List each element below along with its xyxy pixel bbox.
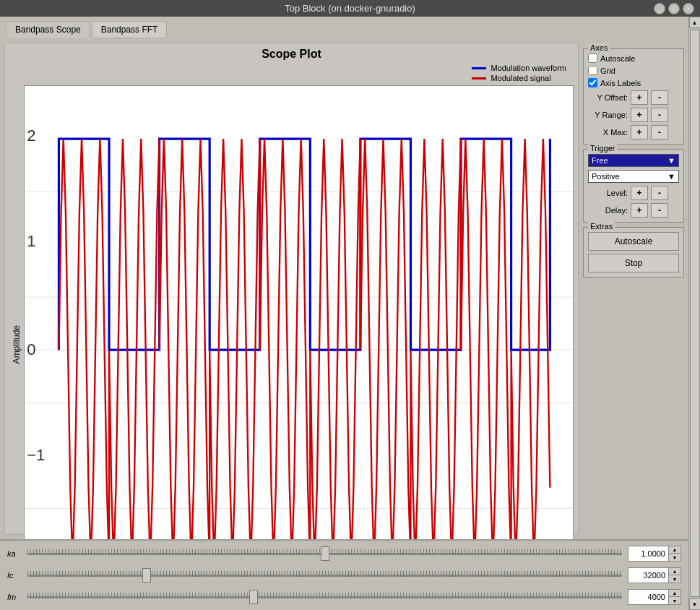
legend-item-modulated: Modulated signal [472,74,566,82]
legend-label-modulation: Modulation waveform [491,64,566,72]
legend: Modulation waveform Modulated signal [472,64,574,85]
slider-value-text-fc: 32000 [628,570,668,581]
legend-color-modulation [472,67,486,69]
slider-down-ka[interactable]: ▼ [669,554,680,561]
slider-track-ka[interactable] [27,545,622,562]
slider-name-fc: fc [7,571,22,580]
slider-down-fc[interactable]: ▼ [669,575,680,583]
x-max-label: X Max: [588,128,628,137]
tabs-bar: Bandpass Scope Bandpass FFT [0,17,688,38]
grid-checkbox[interactable] [588,66,597,75]
slider-up-fm[interactable]: ▲ [669,590,680,597]
slider-handle-ka[interactable] [321,546,329,561]
svg-text:1: 1 [27,232,35,250]
level-row: Level: + - [588,186,679,200]
autoscale-button[interactable]: Autoscale [588,232,679,251]
title-bar-buttons[interactable]: _ □ × [654,3,694,14]
slider-value-fm: 4000 ▲ ▼ [628,589,681,605]
plot-container: Scope Plot Amplitude Modulation waveform… [4,43,579,535]
extras-section: Extras Autoscale Stop [583,227,684,278]
slider-handle-fc[interactable] [142,568,151,583]
legend-label-modulated: Modulated signal [491,74,550,82]
sliders-section: ka 1.0000 ▲ ▼ fc [0,540,688,610]
close-button[interactable]: × [683,3,694,14]
axes-legend: Axes [588,43,610,52]
chart-area: 2 1 0 −1 −2 [24,85,574,539]
slider-spinners-fc[interactable]: ▲ ▼ [668,568,680,583]
delay-plus[interactable]: + [631,203,648,218]
axis-labels-checkbox[interactable] [588,78,597,87]
legend-item-modulation: Modulation waveform [472,64,566,72]
window-title: Top Block (on docker-gnuradio) [285,3,415,14]
y-range-minus[interactable]: - [651,108,668,122]
minimize-button[interactable]: _ [654,3,665,14]
x-max-plus[interactable]: + [631,125,648,139]
delay-minus[interactable]: - [651,203,668,218]
trigger-slope-value: Positive [592,172,620,181]
slider-up-ka[interactable]: ▲ [669,546,680,554]
grid-row: Grid [588,66,679,75]
axis-labels-label: Axis Labels [600,79,641,87]
scroll-up-arrow[interactable]: ▲ [689,17,701,28]
svg-text:0: 0 [27,340,35,358]
slider-down-fm[interactable]: ▼ [669,597,680,604]
grid-label: Grid [600,66,615,75]
axis-labels-row: Axis Labels [588,78,679,87]
autoscale-checkbox[interactable] [588,53,597,63]
level-minus[interactable]: - [651,186,668,200]
legend-color-modulated [472,77,486,80]
trigger-section: Trigger Free ▼ Positive ▼ Level: + - [583,149,684,223]
y-range-plus[interactable]: + [631,108,648,122]
y-offset-minus[interactable]: - [651,90,668,105]
x-max-row: X Max: + - [588,125,679,139]
slider-track-fc[interactable] [27,567,622,584]
chart-and-legend: Modulation waveform Modulated signal [24,64,574,539]
autoscale-row: Autoscale [588,53,679,63]
level-label: Level: [588,189,628,197]
scope-svg: 2 1 0 −1 −2 [25,86,573,539]
slider-value-ka: 1.0000 ▲ ▼ [628,546,681,562]
trigger-mode-arrow: ▼ [667,156,675,165]
trigger-slope-select[interactable]: Positive ▼ [588,170,679,183]
trigger-mode-value: Free [592,156,608,165]
slider-row-fm: fm 4000 ▲ ▼ [7,588,681,606]
tab-bandpass-scope[interactable]: Bandpass Scope [6,21,90,38]
slider-spinners-fm[interactable]: ▲ ▼ [668,590,680,604]
autoscale-label: Autoscale [600,54,635,63]
delay-row: Delay: + - [588,203,679,218]
slider-row-ka: ka 1.0000 ▲ ▼ [7,545,681,562]
y-range-label: Y Range: [588,111,628,119]
slider-value-fc: 32000 ▲ ▼ [628,567,681,583]
tab-bandpass-fft[interactable]: Bandpass FFT [92,21,168,38]
scroll-thumb[interactable] [690,30,700,597]
slider-handle-fm[interactable] [249,590,258,604]
x-max-minus[interactable]: - [651,125,668,139]
axes-section: Axes Autoscale Grid Axis Labels Y Of [583,48,684,145]
slider-name-ka: ka [7,549,22,558]
trigger-slope-arrow: ▼ [667,172,675,181]
scrollbar[interactable]: ▲ ▼ [688,17,700,610]
stop-button[interactable]: Stop [588,254,679,272]
slider-name-fm: fm [7,593,22,601]
scroll-down-arrow[interactable]: ▼ [689,598,701,610]
svg-text:2: 2 [27,126,35,145]
level-plus[interactable]: + [631,186,648,200]
scope-area: Scope Plot Amplitude Modulation waveform… [0,38,688,539]
trigger-legend: Trigger [588,144,617,152]
slider-row-fc: fc 32000 ▲ ▼ [7,567,681,584]
y-offset-label: Y Offset: [588,93,628,102]
y-axis-label: Amplitude [9,64,24,539]
maximize-button[interactable]: □ [668,3,680,14]
slider-up-fc[interactable]: ▲ [669,568,680,575]
slider-spinners-ka[interactable]: ▲ ▼ [668,546,680,561]
y-range-row: Y Range: + - [588,108,679,122]
y-offset-plus[interactable]: + [631,90,648,105]
plot-title: Scope Plot [262,48,321,61]
slider-value-text-fm: 4000 [628,591,668,603]
trigger-mode-select[interactable]: Free ▼ [588,154,679,167]
slider-track-fm[interactable] [27,588,622,606]
controls-panel: Axes Autoscale Grid Axis Labels Y Of [583,43,684,535]
svg-text:−1: −1 [27,446,45,464]
extras-legend: Extras [588,222,615,231]
title-bar: Top Block (on docker-gnuradio) _ □ × [0,0,700,17]
